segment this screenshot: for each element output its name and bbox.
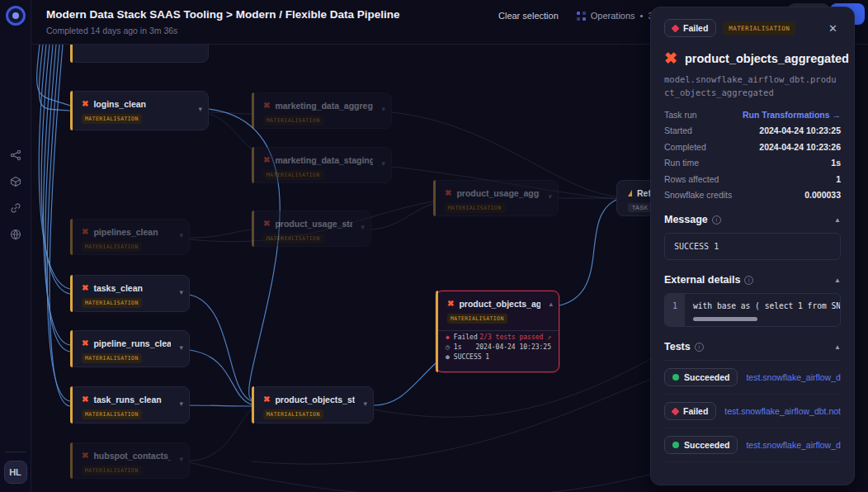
lineage-icon[interactable] bbox=[10, 149, 21, 161]
node-title: product_usage_staging bbox=[275, 219, 352, 229]
materialisation-badge: MATERIALISATION bbox=[82, 353, 142, 363]
clock-icon: ◷ bbox=[446, 343, 450, 351]
node-top-cut[interactable] bbox=[70, 45, 209, 63]
dbt-icon: ✖ bbox=[263, 395, 270, 404]
node-marketing_data_aggregated[interactable]: ✖marketing_data_aggregated▾MATERIALISATI… bbox=[252, 92, 392, 129]
node-status-row: ◆Failed 2/3 tests passed ↗ bbox=[436, 331, 559, 341]
node-logins_clean[interactable]: ✖logins_clean▾MATERIALISATION bbox=[70, 91, 209, 130]
detail-row: Rows affected 1 bbox=[664, 174, 841, 184]
panel-title: product_objects_aggregated bbox=[685, 52, 849, 65]
clear-selection-button[interactable]: Clear selection bbox=[498, 11, 559, 21]
node-accent-bar bbox=[252, 147, 254, 183]
assets-icon[interactable] bbox=[10, 176, 21, 187]
materialisation-badge: MATERIALISATION bbox=[263, 409, 323, 419]
node-accent-bar bbox=[70, 91, 73, 130]
chevron-up-icon[interactable]: ▴ bbox=[549, 300, 553, 308]
chevron-down-icon[interactable]: ▾ bbox=[179, 231, 183, 239]
message-section-header: Messagei ▲ bbox=[664, 214, 841, 225]
node-product_objects_aggregated[interactable]: ✖product_objects_aggregated▴MATERIALISAT… bbox=[436, 291, 559, 372]
chevron-down-icon[interactable]: ▾ bbox=[548, 192, 552, 201]
node-status-value[interactable]: 2/3 tests passed ↗ bbox=[479, 334, 551, 341]
node-title: hubspot_contacts_clean bbox=[93, 451, 171, 461]
detail-label: Task run bbox=[664, 110, 697, 120]
status-dot-icon: ● bbox=[446, 353, 450, 361]
detail-row: Run time 1s bbox=[664, 158, 841, 168]
node-status-row: ●SUCCESS 1 bbox=[436, 351, 559, 361]
horizontal-scrollbar[interactable] bbox=[693, 317, 757, 321]
dbt-icon: ✖ bbox=[82, 395, 88, 404]
sql-code: with base as ( select 1 from SNOWFLAKE bbox=[693, 301, 840, 310]
node-product_usage_staging[interactable]: ✖product_usage_staging▾MATERIALISATION bbox=[252, 211, 371, 247]
external-details-section-header: External detailsi ▲ bbox=[664, 274, 841, 286]
node-marketing_data_staging[interactable]: ✖marketing_data_staging▾MATERIALISATION bbox=[252, 147, 392, 183]
run-status-subtitle: Completed 14 days ago in 3m 36s bbox=[46, 26, 177, 35]
edge-highlighted bbox=[559, 200, 616, 305]
materialisation-badge: MATERIALISATION bbox=[82, 298, 142, 308]
dbt-icon: ✖ bbox=[82, 100, 88, 108]
node-product_usage_aggregated[interactable]: ✖product_usage_aggregated▾MATERIALISATIO… bbox=[433, 180, 559, 216]
node-status-row: ◷1s 2024-04-24 10:23:25 bbox=[436, 341, 559, 351]
chevron-down-icon[interactable]: ▾ bbox=[363, 400, 367, 408]
node-title: tasks_clean bbox=[93, 283, 143, 293]
node-accent-bar bbox=[252, 92, 254, 129]
detail-value: 2024-04-24 10:23:26 bbox=[759, 142, 841, 152]
node-hubspot_contacts_clean[interactable]: ✖hubspot_contacts_clean▾MATERIALISATION bbox=[70, 442, 190, 479]
dbt-icon: ✖ bbox=[82, 228, 88, 236]
chevron-down-icon[interactable]: ▾ bbox=[179, 288, 183, 296]
connections-icon[interactable] bbox=[10, 202, 21, 214]
model-path: model.snowflake_airflow_dbt.product_obje… bbox=[664, 73, 841, 100]
materialisation-badge: MATERIALISATION bbox=[263, 170, 323, 180]
sql-code-block[interactable]: 1 with base as ( select 1 from SNOWFLAKE bbox=[664, 293, 841, 327]
materialisation-badge: MATERIALISATION bbox=[82, 409, 142, 419]
sidebar: HL bbox=[0, 0, 31, 492]
node-pipeline_runs_clean[interactable]: ✖pipeline_runs_clean▾MATERIALISATION bbox=[70, 330, 190, 367]
run-transformations-link[interactable]: Run Transformations → bbox=[743, 110, 841, 120]
node-pipelines_clean[interactable]: ✖pipelines_clean▾MATERIALISATION bbox=[70, 219, 190, 255]
operations-filter[interactable]: Operations • 35 bbox=[577, 11, 658, 21]
chevron-down-icon[interactable]: ▾ bbox=[179, 455, 183, 463]
chevron-down-icon[interactable]: ▾ bbox=[381, 159, 385, 168]
dbt-icon: ✖ bbox=[82, 284, 88, 292]
collapse-tests-icon[interactable]: ▲ bbox=[834, 343, 841, 351]
detail-value: 0.000033 bbox=[804, 190, 841, 200]
chevron-down-icon[interactable]: ▾ bbox=[179, 343, 183, 352]
collapse-external-icon[interactable]: ▲ bbox=[834, 277, 841, 284]
detail-value: 1 bbox=[836, 174, 841, 184]
node-accent-bar bbox=[70, 386, 73, 423]
collapse-message-icon[interactable]: ▲ bbox=[834, 216, 841, 224]
user-avatar[interactable]: HL bbox=[4, 461, 27, 484]
test-link[interactable]: test.snowflake_airflow_dbt.not_null_pr bbox=[724, 406, 841, 416]
failed-diamond-icon bbox=[672, 407, 680, 415]
edge bbox=[209, 114, 252, 149]
dbt-icon: ✖ bbox=[263, 156, 270, 164]
node-accent-bar bbox=[252, 211, 254, 247]
node-product_objects_staging[interactable]: ✖product_objects_staging▾MATERIALISATION bbox=[252, 386, 374, 423]
close-icon[interactable]: ✕ bbox=[825, 21, 841, 36]
materialisation-badge: MATERIALISATION bbox=[82, 114, 142, 124]
edge-highlighted bbox=[190, 350, 252, 404]
status-badge: Failed bbox=[664, 19, 716, 37]
app-logo-icon[interactable] bbox=[6, 6, 26, 26]
chevron-down-icon[interactable]: ▾ bbox=[179, 400, 183, 408]
dbt-icon: ✖ bbox=[263, 102, 270, 110]
test-link[interactable]: test.snowflake_airflow_dbt.unique_pro bbox=[746, 372, 841, 382]
breadcrumb: Modern Data Stack SAAS Tooling > Modern … bbox=[46, 8, 399, 21]
node-title: logins_clean bbox=[93, 99, 146, 109]
test-status-badge: Succeeded bbox=[664, 368, 738, 386]
test-status-badge: Succeeded bbox=[664, 436, 738, 454]
integrations-icon[interactable] bbox=[10, 229, 21, 240]
node-accent-bar bbox=[70, 330, 73, 367]
edge bbox=[190, 409, 252, 461]
node-accent-bar bbox=[436, 291, 438, 372]
info-icon: i bbox=[695, 343, 704, 352]
chevron-down-icon[interactable]: ▾ bbox=[361, 223, 365, 231]
node-task_runs_clean[interactable]: ✖task_runs_clean▾MATERIALISATION bbox=[70, 386, 190, 423]
test-link[interactable]: test.snowflake_airflow_dbt.not_null_pr bbox=[746, 440, 841, 450]
node-tasks_clean[interactable]: ✖tasks_clean▾MATERIALISATION bbox=[70, 275, 190, 312]
info-icon: i bbox=[712, 215, 721, 225]
chevron-down-icon[interactable]: ▾ bbox=[198, 105, 202, 113]
edge-highlighted bbox=[190, 405, 252, 406]
failed-diamond-icon: ◆ bbox=[446, 334, 450, 341]
detail-label: Completed bbox=[664, 142, 706, 152]
chevron-down-icon[interactable]: ▾ bbox=[381, 105, 385, 113]
